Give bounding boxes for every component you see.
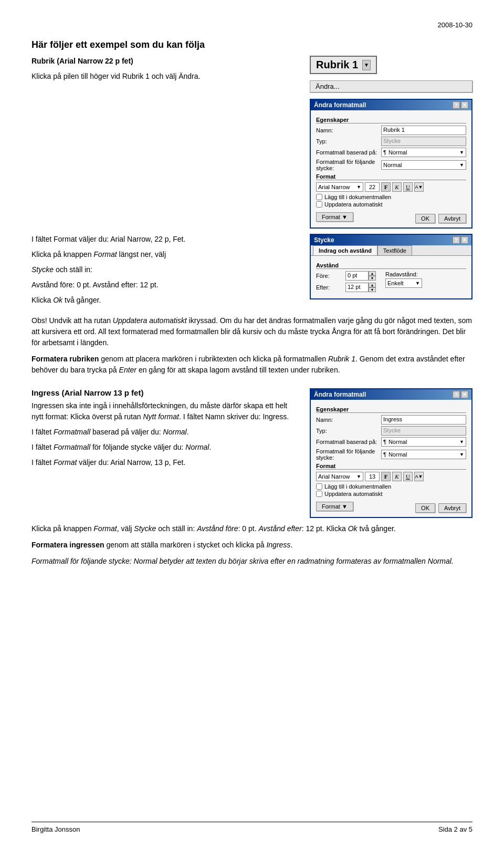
dialog1-namn-input[interactable]: Rubrik 1 [381,126,466,135]
dialog3-lagg-till-checkbox[interactable] [316,483,322,490]
stycke-close-btn[interactable]: ✕ [461,236,468,244]
page-footer: Birgitta Jonsson Sida 2 av 5 [32,822,472,833]
dialog1-italic-btn[interactable]: K [392,182,402,192]
dialog3-uppdatera-row: Uppdatera automatiskt [316,491,466,497]
dialog3-underline-btn[interactable]: U [403,472,413,481]
dialog3-italic-btn[interactable]: K [392,472,402,481]
dialog1-lagg-till-checkbox[interactable] [316,194,322,200]
stycke-efter-up[interactable]: ▲ [369,283,376,287]
stycke-tab2[interactable]: Textflöde [377,245,412,255]
dialog3-font-name[interactable]: Arial Narrow▼ [316,472,363,481]
dialog3-uppdatera-label: Uppdatera automatiskt [324,491,383,497]
dialog3-help-btn[interactable]: ? [453,391,460,398]
stycke-radavstand-select[interactable]: Enkelt ▼ [385,278,422,288]
dropdown-arrow-small-1[interactable]: ▼ [459,150,464,155]
dialog1-ok-btn[interactable]: OK [415,214,435,223]
dialog1-title-buttons: ? ✕ [453,101,468,109]
stycke-efter-down[interactable]: ▼ [369,287,376,292]
dialog3-typ-row: Typ: Stycke [316,426,466,436]
dialog3-baserad-row: Formatmall baserad på: ¶ Normal ▼ [316,437,466,447]
section1-para5: Formatera rubriken genom att placera mar… [32,354,472,376]
footer-page: Sida 2 av 5 [438,825,472,833]
dialog3-avbryt-btn[interactable]: Avbryt [438,503,466,513]
section2-para6: Formatera ingressen genom att ställa mar… [32,540,472,551]
section2-para2: I fältet Formatmall baserad på väljer du… [32,427,299,438]
dropdown-arrow-small-3[interactable]: ▼ [459,439,464,444]
stycke-fore-down[interactable]: ▼ [369,276,376,281]
dropdown-arrow-small-2[interactable]: ▼ [459,162,464,168]
stycke-fore-group: Före: 0 pt ▲ ▼ [316,271,376,294]
section2: Ingress (Arial Narrow 13 p fet) Ingresse… [32,388,472,567]
dialog3-namn-input[interactable]: Ingress [381,415,466,424]
dialog1-foljande-label: Formatmall för följande stycke: [316,159,379,171]
stycke-fore-up[interactable]: ▲ [369,271,376,276]
stycke-radavstand-group: Radavstånd: Enkelt ▼ [385,271,422,288]
dialog-andra-formatmall-1: Ändra formatmall ? ✕ Egenskaper Namn: Ru… [310,99,472,229]
section2-left: Ingress (Arial Narrow 13 p fet) Ingresse… [32,388,299,518]
stycke-help-btn[interactable]: ? [453,236,460,244]
section1-right: Rubrik 1 ▼ Ändra... Ändra formatmall ? ✕ [310,56,472,229]
dialog3-namn-row: Namn: Ingress [316,415,466,424]
dialog1-bold-btn[interactable]: F [381,182,391,192]
dialog3-lagg-till-label: Lägg till i dokumentmallen [324,483,391,490]
dialog1-baserad-select[interactable]: ¶ Normal ▼ [381,148,466,157]
dialog1-help-btn[interactable]: ? [453,101,460,109]
dialog3-foljande-select[interactable]: ¶ Normal ▼ [381,450,466,459]
dropdown-arrow-small-4[interactable]: ▼ [459,452,464,457]
dialog3-title: Ändra formatmall [314,391,366,398]
dialog3-color-btn[interactable]: A▼ [414,472,424,481]
dialog1-font-name[interactable]: Arial Narrow▼ [316,182,363,192]
dialog1-avbryt-btn[interactable]: Avbryt [438,214,466,223]
dialog3-bold-btn[interactable]: F [381,472,391,481]
section2-top-row: Ingress (Arial Narrow 13 p fet) Ingresse… [32,388,472,518]
dialog1-foljande-row: Formatmall för följande stycke: Normal ▼ [316,159,466,171]
stycke-fore-input[interactable]: 0 pt [345,271,369,281]
dialog3-close-btn[interactable]: ✕ [461,391,468,398]
dialog1-uppdatera-row: Uppdatera automatiskt [316,201,466,208]
section2-right: Ändra formatmall ? ✕ Egenskaper Namn: In… [310,388,472,518]
stycke-efter-spinner[interactable]: ▲ ▼ [369,283,376,292]
dialog1-body: Egenskaper Namn: Rubrik 1 Typ: Stycke Fo… [311,110,471,227]
para-icon-1: ¶ [383,149,386,156]
dialog3-baserad-label: Formatmall baserad på: [316,439,379,445]
dialog3-ok-btn[interactable]: OK [415,503,435,513]
andra-button[interactable]: Ändra... [310,80,472,92]
dialog1-uppdatera-checkbox[interactable] [316,201,322,208]
stycke-tabs: Indrag och avstånd Textflöde [311,245,471,256]
stycke-title: Stycke [314,236,334,244]
dialog3-uppdatera-checkbox[interactable] [316,491,322,497]
dialog1-font-size[interactable]: 22 [365,182,380,192]
dialog3-foljande-label: Formatmall för följande stycke: [316,448,379,461]
rubrik1-text: Rubrik 1 [316,59,358,71]
para-icon-3: ¶ [383,439,386,445]
dropdown-arrow-icon[interactable]: ▼ [362,60,371,70]
section2-para7: Formatmall för följande stycke: Normal b… [32,556,472,567]
dialog3-typ-label: Typ: [316,428,379,434]
dialog1-lagg-till-row: Lägg till i dokumentmallen [316,194,466,200]
dialog1-underline-btn[interactable]: U [403,182,413,192]
dialog1-typ-input[interactable]: Stycke [381,137,466,146]
dialog3-font-size[interactable]: 13 [365,472,380,481]
section1-para2: Klicka på knappen Format längst ner, väl… [32,249,299,260]
dialog3-baserad-select[interactable]: ¶ Normal ▼ [381,437,466,447]
stycke-fore-spinner[interactable]: ▲ ▼ [369,271,376,281]
rubrik1-dropdown-box[interactable]: Rubrik 1 ▼ [310,56,377,74]
dialog3-body: Egenskaper Namn: Ingress Typ: Stycke For… [311,400,471,517]
dialog1-titlebar: Ändra formatmall ? ✕ [311,100,471,110]
section2-para5: Klicka på knappen Format, välj Stycke oc… [32,523,472,534]
dialog3-typ-input[interactable]: Stycke [381,426,466,436]
section1-para3: Avstånd före: 0 pt. Avstånd efter: 12 pt… [32,279,299,291]
section1-heading: Här följer ett exempel som du kan följa [32,39,472,50]
section1-intro: Klicka på pilen till höger vid Rubrik 1 … [32,71,299,82]
dialog3-title-buttons: ? ✕ [453,391,468,398]
dialog1-baserad-label: Formatmall baserad på: [316,149,379,156]
dialog3-format-btn[interactable]: Format ▼ [316,502,353,511]
section1-para2b: Stycke och ställ in: [32,264,299,275]
dialog1-color-btn[interactable]: A▼ [414,182,424,192]
dialog1-foljande-select[interactable]: Normal ▼ [381,160,466,170]
stycke-tab1[interactable]: Indrag och avstånd [313,245,377,255]
dialog1-close-btn[interactable]: ✕ [461,101,468,109]
section1-middle-right: Stycke ? ✕ Indrag och avstånd Textflöde … [310,234,472,310]
stycke-efter-input[interactable]: 12 pt [345,283,369,292]
dialog1-format-btn[interactable]: Format ▼ [316,212,353,222]
